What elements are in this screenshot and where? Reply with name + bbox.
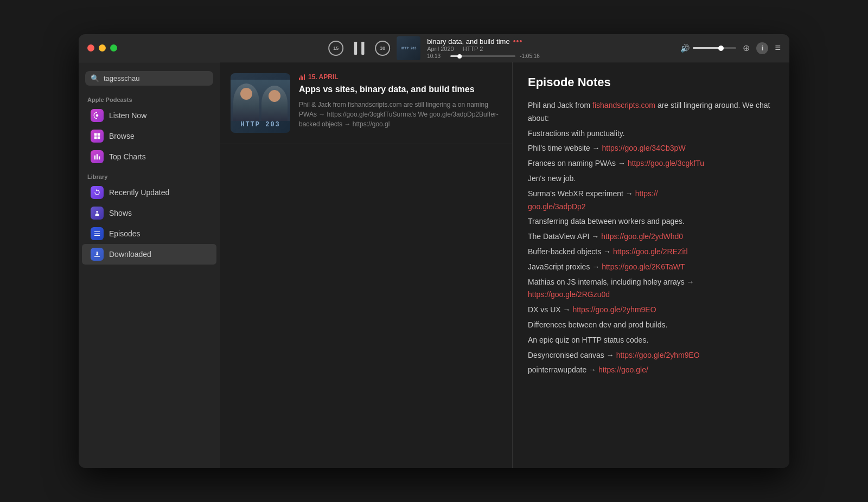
episode-card[interactable]: HTTP 203 15. APRIL Apps vs sites, binary (220, 62, 512, 144)
volume-icon: 🔊 (680, 44, 690, 53)
volume-control: 🔊 (680, 44, 736, 53)
notes-item-5: The DataView API → https://goo.gle/2ydWh… (528, 230, 774, 243)
notes-item-9: DX vs UX → https://goo.gle/2yhm9EO (528, 304, 774, 317)
notes-body: Phil and Jack from fishandscripts.com ar… (528, 99, 774, 377)
notes-item-3: Surma's WebXR experiment → https://goo.g… (528, 188, 774, 214)
listen-now-label: Listen Now (109, 111, 146, 120)
track-title: binary data, and build time (427, 37, 509, 46)
mini-thumbnail-text: HTTP 203 (401, 46, 417, 50)
buffer-link[interactable]: https://goo.gle/2REZitl (613, 247, 688, 256)
top-charts-icon (91, 150, 104, 163)
thumbnail-photo (231, 80, 290, 121)
notes-item-10: Differences between dev and prod builds. (528, 319, 774, 332)
shows-icon (91, 207, 104, 220)
svg-rect-8 (97, 154, 98, 159)
notes-item-11: An epic quiz on HTTP status codes. (528, 334, 774, 347)
episode-title: Apps vs sites, binary data, and build ti… (299, 84, 501, 95)
episodes-label: Episodes (109, 229, 141, 238)
volume-bar[interactable] (693, 47, 736, 49)
track-date: April 2020 (427, 46, 454, 52)
top-charts-label: Top Charts (109, 152, 146, 161)
time-remaining: -1:05:16 (520, 53, 540, 59)
episode-date: 15. APRIL (299, 73, 501, 81)
bars-icon (299, 74, 305, 80)
right-controls: 🔊 ⊕ i ≡ (680, 42, 781, 54)
proxies-link[interactable]: https://goo.gle/2K6TaWT (602, 262, 685, 271)
notes-frustrations: Fustractions with punctuality. (528, 127, 774, 140)
svg-point-10 (96, 211, 98, 213)
progress-thumb (457, 54, 462, 59)
phils-time-link[interactable]: https://goo.gle/34Cb3pW (602, 144, 686, 152)
search-box[interactable]: 🔍 (85, 71, 213, 86)
track-podcast: HTTP 2 (463, 46, 483, 52)
search-input[interactable] (104, 74, 208, 82)
volume-thumb (718, 46, 724, 51)
player-controls: 15 30 HTTP 203 (328, 36, 540, 60)
sidebar-item-browse[interactable]: Browse (82, 126, 216, 146)
episode-description: Phil & Jack from fishandscripts.com are … (299, 100, 501, 129)
progress-bar[interactable] (450, 55, 515, 57)
notes-panel: Episode Notes Phil and Jack from fishand… (513, 62, 789, 468)
track-menu-dots[interactable]: ••• (513, 37, 523, 46)
sidebar-item-listen-now[interactable]: Listen Now (82, 105, 216, 126)
airplay-button[interactable]: ⊕ (743, 43, 750, 53)
episode-meta: 15. APRIL Apps vs sites, binary data, an… (299, 73, 501, 133)
svg-point-2 (96, 114, 99, 117)
sidebar-item-recently-updated[interactable]: Recently Updated (82, 182, 216, 203)
skip-forward-button[interactable]: 30 (375, 41, 390, 56)
svg-rect-7 (94, 156, 95, 160)
episode-thumbnail: HTTP 203 (231, 73, 290, 133)
svg-rect-0 (354, 42, 357, 55)
svg-rect-5 (94, 137, 97, 139)
svg-rect-1 (361, 42, 364, 55)
minimize-button[interactable] (99, 44, 106, 52)
browse-icon (91, 130, 104, 143)
fishandscripts-link[interactable]: fishandscripts.com (592, 101, 655, 110)
notes-title: Episode Notes (528, 75, 774, 89)
notes-item-7: JavaScript proxies → https://goo.gle/2K6… (528, 261, 774, 274)
svg-rect-3 (94, 133, 97, 136)
main-content: 🔍 Apple Podcasts Listen Now (79, 62, 789, 468)
browse-label: Browse (109, 132, 135, 140)
pointerraw-link[interactable]: https://goo.gle/ (598, 365, 648, 374)
svg-rect-12 (94, 233, 100, 234)
notes-item-13: pointerrawupdate → https://goo.gle/ (528, 364, 774, 377)
desync-canvas-link[interactable]: https://goo.gle/2yhm9EO (616, 351, 700, 359)
volume-fill (693, 47, 721, 49)
svg-rect-4 (98, 133, 100, 136)
sidebar-item-episodes[interactable]: Episodes (82, 223, 216, 244)
info-button[interactable]: i (756, 42, 768, 54)
list-button[interactable]: ≡ (775, 42, 781, 54)
notes-item-2: Jen's new job. (528, 172, 774, 185)
track-info: binary data, and build time ••• April 20… (427, 37, 540, 59)
notes-item-4: Transferring data between workers and pa… (528, 215, 774, 228)
mathias-link[interactable]: https://goo.gle/2RGzu0d (528, 290, 610, 299)
pause-button[interactable] (350, 39, 368, 57)
skip-back-label: 15 (333, 46, 339, 51)
svg-rect-14 (94, 256, 100, 257)
notes-item-8: Mathias on JS internals, including holey… (528, 276, 774, 302)
dx-ux-link[interactable]: https://goo.gle/2yhm9EO (572, 305, 656, 314)
recently-updated-label: Recently Updated (109, 188, 169, 197)
surma-webxr-link[interactable]: https://goo.gle/3adpDp2 (528, 189, 658, 211)
listen-now-icon (91, 109, 104, 122)
notes-intro: Phil and Jack from fishandscripts.com ar… (528, 99, 774, 125)
recently-updated-icon (91, 186, 104, 199)
svg-rect-11 (94, 231, 100, 232)
svg-rect-6 (98, 137, 100, 139)
skip-forward-label: 30 (380, 46, 385, 51)
notes-item-12: Desyncronised canvas → https://goo.gle/2… (528, 349, 774, 362)
frances-pwa-link[interactable]: https://goo.gle/3cgkfTu (628, 159, 704, 168)
sidebar: 🔍 Apple Podcasts Listen Now (79, 62, 220, 468)
svg-rect-9 (99, 156, 100, 159)
skip-back-button[interactable]: 15 (328, 41, 343, 56)
person-left (233, 83, 259, 121)
sidebar-item-downloaded[interactable]: Downloaded (82, 244, 216, 265)
svg-rect-13 (94, 235, 100, 236)
dataview-link[interactable]: https://goo.gle/2ydWhd0 (601, 232, 683, 241)
sidebar-item-shows[interactable]: Shows (82, 203, 216, 223)
maximize-button[interactable] (110, 44, 117, 52)
sidebar-item-top-charts[interactable]: Top Charts (82, 146, 216, 167)
app-window: 15 30 HTTP 203 (79, 34, 789, 468)
close-button[interactable] (87, 44, 94, 52)
